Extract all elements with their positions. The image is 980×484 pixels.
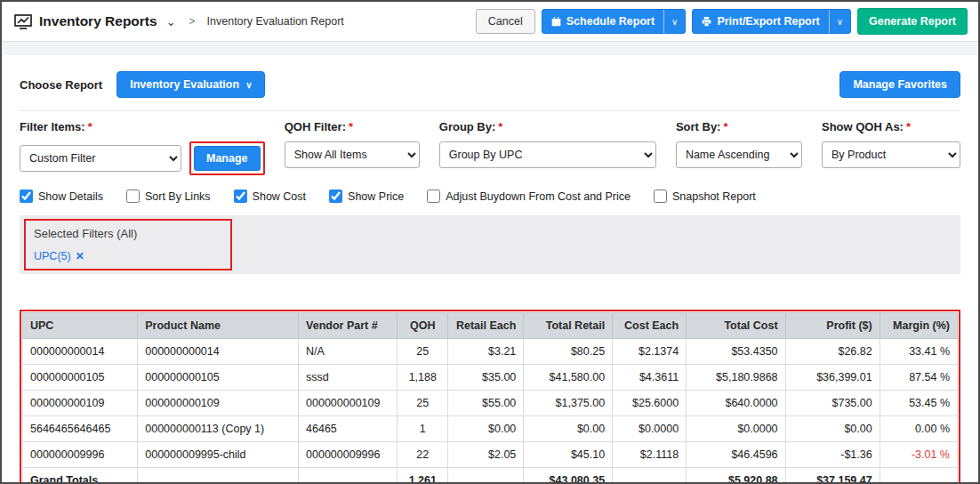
checkbox-show-price[interactable]: Show Price bbox=[329, 190, 404, 203]
table-cell: $45.10 bbox=[524, 442, 613, 468]
table-cell: $26.82 bbox=[785, 339, 880, 365]
table-cell: $80.25 bbox=[524, 339, 613, 365]
column-header[interactable]: Total Cost bbox=[687, 313, 785, 339]
sort-by-links-checkbox[interactable] bbox=[126, 190, 140, 203]
table-cell: 000000000014 bbox=[23, 339, 138, 365]
table-cell: 000000009996 bbox=[299, 442, 398, 468]
checkbox-show-details[interactable]: Show Details bbox=[20, 190, 103, 203]
snapshot-report-checkbox[interactable] bbox=[654, 190, 667, 203]
header-spacer-band bbox=[2, 42, 978, 55]
table-cell: 22 bbox=[398, 442, 448, 468]
choose-report-row: Choose Report Inventory Evaluation ∨ Man… bbox=[20, 71, 960, 98]
breadcrumb: Inventory Reports ⌄ > Inventory Evaluati… bbox=[14, 13, 344, 29]
column-header[interactable]: Profit ($) bbox=[785, 313, 880, 339]
table-cell: 33.41 % bbox=[880, 339, 957, 365]
qoh-filter-select[interactable]: Show All Items bbox=[285, 141, 420, 168]
manage-filter-button[interactable]: Manage bbox=[194, 146, 261, 171]
table-header-row: UPCProduct NameVendor Part #QOHRetail Ea… bbox=[23, 313, 958, 339]
table-cell: -3.01 % bbox=[880, 442, 957, 468]
column-header[interactable]: Vendor Part # bbox=[299, 313, 398, 339]
schedule-dropdown-caret[interactable]: ∨ bbox=[664, 10, 685, 33]
sort-by-group: Sort By:* Name Ascending bbox=[676, 120, 802, 168]
column-header[interactable]: QOH bbox=[398, 313, 448, 339]
selected-filters-title: Selected Filters (All) bbox=[34, 227, 946, 240]
filter-row: Filter Items:* Custom Filter Manage QOH … bbox=[20, 120, 960, 175]
table-cell: 000000009996 bbox=[23, 442, 138, 468]
choose-report-label: Choose Report bbox=[20, 78, 102, 92]
table-cell: 53.45 % bbox=[880, 391, 957, 416]
table-row: 000000009996000000009995-child0000000099… bbox=[23, 442, 958, 468]
group-by-select[interactable]: Group By UPC bbox=[439, 141, 656, 168]
reports-icon bbox=[14, 14, 32, 29]
manage-favorites-button[interactable]: Manage Favorites bbox=[839, 71, 960, 98]
sort-by-links-label: Sort By Links bbox=[145, 190, 211, 203]
table-cell: 000000000113 (Copy 1) bbox=[138, 416, 299, 442]
schedule-report-button[interactable]: Schedule Report ∨ bbox=[542, 9, 687, 34]
table-cell: $55.00 bbox=[448, 391, 524, 416]
sort-by-label: Sort By:* bbox=[676, 120, 802, 133]
top-bar: Inventory Reports ⌄ > Inventory Evaluati… bbox=[2, 2, 978, 42]
column-header[interactable]: Cost Each bbox=[613, 313, 687, 339]
table-cell: $36,399.01 bbox=[785, 365, 880, 391]
table-cell: $0.0000 bbox=[687, 416, 785, 442]
table-cell: 1,188 bbox=[398, 365, 448, 391]
checkbox-snapshot-report[interactable]: Snapshot Report bbox=[654, 190, 756, 203]
grand-totals-row: Grand Totals1,261$43,080.35$5,920.88$37,… bbox=[23, 468, 958, 484]
table-cell: 25 bbox=[398, 339, 448, 365]
required-marker: * bbox=[88, 120, 92, 133]
show-details-label: Show Details bbox=[38, 190, 103, 203]
table-cell: $53.4350 bbox=[687, 339, 785, 365]
required-marker: * bbox=[349, 120, 353, 133]
checkbox-sort-by-links[interactable]: Sort By Links bbox=[126, 190, 211, 203]
table-cell: -$1.36 bbox=[785, 442, 880, 468]
table-cell bbox=[880, 468, 957, 484]
selected-filter-chip-label[interactable]: UPC(5) bbox=[34, 250, 71, 262]
qoh-filter-label: QOH Filter:* bbox=[285, 120, 420, 133]
group-by-label: Group By:* bbox=[439, 120, 656, 133]
required-marker: * bbox=[498, 120, 502, 133]
table-cell: $0.0000 bbox=[613, 416, 687, 442]
remove-filter-icon[interactable]: ✕ bbox=[76, 250, 84, 262]
show-price-checkbox[interactable] bbox=[329, 190, 342, 203]
table-cell: $4.3611 bbox=[613, 365, 687, 391]
table-cell: $35.00 bbox=[448, 365, 524, 391]
table-cell: 000000000105 bbox=[23, 365, 138, 391]
generate-report-button[interactable]: Generate Report bbox=[857, 8, 968, 35]
show-qoh-as-group: Show QOH As:* By Product bbox=[822, 120, 960, 168]
breadcrumb-separator: > bbox=[189, 15, 196, 28]
table-cell: $2.1374 bbox=[613, 339, 687, 365]
selected-filter-chip: UPC(5) ✕ bbox=[34, 250, 946, 262]
print-dropdown-caret[interactable]: ∨ bbox=[830, 10, 850, 33]
column-header[interactable]: Margin (%) bbox=[880, 313, 957, 339]
sort-by-select[interactable]: Name Ascending bbox=[676, 141, 802, 168]
cancel-button[interactable]: Cancel bbox=[476, 9, 535, 34]
print-export-button[interactable]: Print/Export Report ∨ bbox=[692, 9, 851, 34]
chevron-down-icon[interactable]: ⌄ bbox=[165, 15, 178, 28]
report-selector-button[interactable]: Inventory Evaluation ∨ bbox=[116, 71, 265, 98]
column-header[interactable]: Retail Each bbox=[448, 313, 524, 339]
show-details-checkbox[interactable] bbox=[20, 190, 33, 203]
table-cell: 1,261 bbox=[398, 468, 448, 484]
table-cell: 000000000109 bbox=[299, 391, 398, 416]
column-header[interactable]: UPC bbox=[23, 313, 138, 339]
table-row: 000000000105000000000105sssd1,188$35.00$… bbox=[23, 365, 958, 391]
table-cell: $640.0000 bbox=[687, 391, 785, 416]
show-qoh-as-label: Show QOH As:* bbox=[822, 120, 960, 133]
filter-items-select[interactable]: Custom Filter bbox=[20, 145, 181, 172]
show-cost-checkbox[interactable] bbox=[234, 190, 247, 203]
table-cell: $46.4596 bbox=[687, 442, 785, 468]
table-cell: $25.6000 bbox=[613, 391, 687, 416]
table-cell: $5,920.88 bbox=[687, 468, 785, 484]
checkbox-adjust-buydown-from-cost-and-price[interactable]: Adjust Buydown From Cost and Price bbox=[427, 190, 631, 203]
show-price-label: Show Price bbox=[348, 190, 404, 203]
table-cell: 000000000109 bbox=[138, 391, 299, 416]
report-table: UPCProduct NameVendor Part #QOHRetail Ea… bbox=[22, 312, 958, 484]
table-cell: $2.05 bbox=[448, 442, 524, 468]
checkbox-show-cost[interactable]: Show Cost bbox=[234, 190, 306, 203]
table-row: 00000000010900000000010900000000010925$5… bbox=[23, 391, 958, 416]
column-header[interactable]: Total Retail bbox=[524, 313, 613, 339]
adjust-buydown-from-cost-and-price-checkbox[interactable] bbox=[427, 190, 440, 203]
show-qoh-as-select[interactable]: By Product bbox=[822, 141, 960, 168]
column-header[interactable]: Product Name bbox=[138, 313, 299, 339]
table-cell: 87.54 % bbox=[880, 365, 957, 391]
